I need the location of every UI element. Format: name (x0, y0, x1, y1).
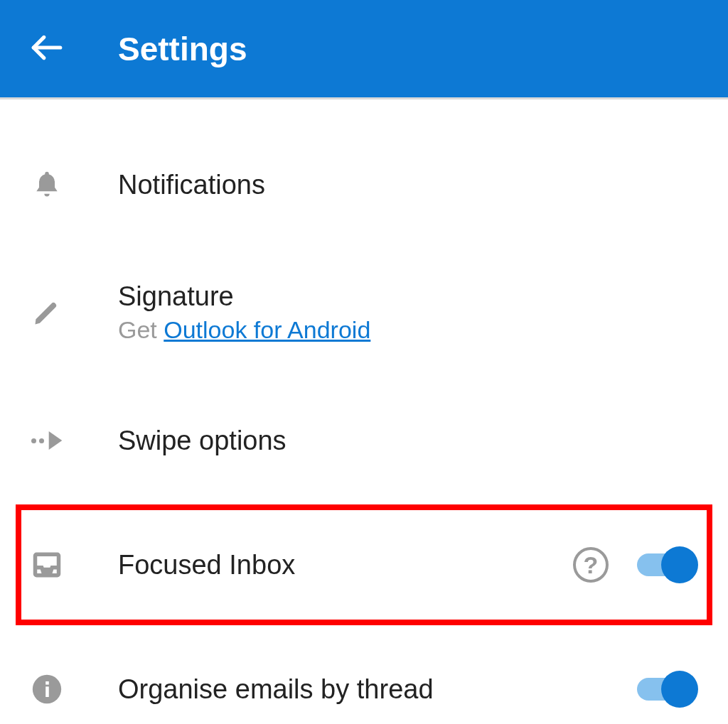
swipe-label: Swipe options (118, 426, 702, 456)
signature-label: Signature (118, 281, 702, 312)
back-button[interactable] (26, 28, 68, 70)
toggle-knob (661, 671, 698, 708)
arrow-left-icon (29, 30, 65, 68)
signature-sub-prefix: Get (118, 316, 164, 343)
svg-rect-5 (46, 681, 49, 685)
page-title: Settings (118, 30, 247, 68)
thread-label: Organise emails by thread (118, 674, 637, 705)
settings-item-focused-inbox[interactable]: Focused Inbox ? (0, 504, 728, 625)
question-mark-icon: ? (584, 551, 599, 579)
settings-item-notifications[interactable]: Notifications (0, 121, 728, 249)
swipe-icon (26, 419, 68, 462)
focused-inbox-label: Focused Inbox (118, 550, 573, 580)
outlook-android-link[interactable]: Outlook for Android (164, 316, 370, 343)
svg-rect-4 (46, 686, 49, 697)
signature-subtext: Get Outlook for Android (118, 316, 702, 344)
focused-inbox-toggle[interactable] (637, 553, 694, 576)
settings-item-signature[interactable]: Signature Get Outlook for Android (0, 249, 728, 377)
toggle-knob (661, 546, 698, 583)
settings-item-thread[interactable]: Organise emails by thread (0, 625, 728, 724)
settings-list: Notifications Signature Get Outlook for … (0, 99, 728, 724)
bell-icon (26, 163, 68, 206)
pen-icon (26, 291, 68, 334)
info-icon (26, 668, 68, 711)
svg-marker-1 (49, 431, 63, 450)
app-header: Settings (0, 0, 728, 99)
thread-toggle[interactable] (637, 678, 694, 701)
help-icon[interactable]: ? (573, 547, 609, 583)
notifications-label: Notifications (118, 170, 702, 200)
inbox-icon (26, 544, 68, 586)
settings-item-swipe[interactable]: Swipe options (0, 377, 728, 504)
